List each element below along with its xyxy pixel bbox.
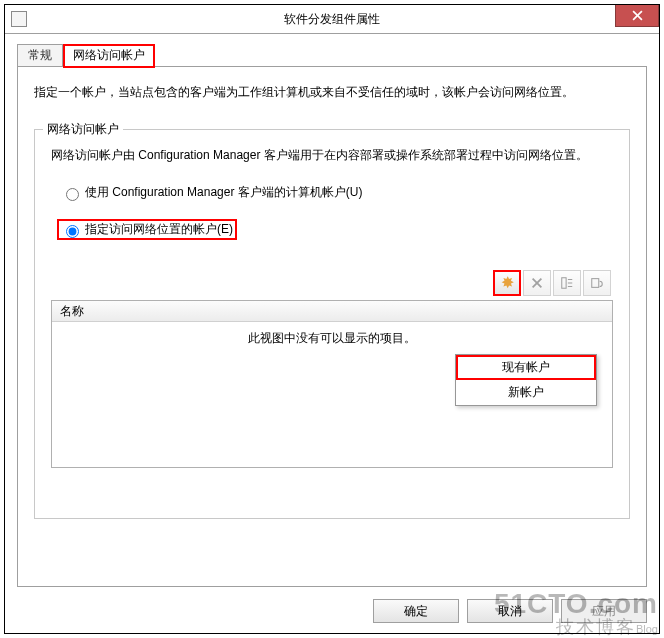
apply-button[interactable]: 应用 [561, 599, 647, 623]
tab-description: 指定一个帐户，当站点包含的客户端为工作组计算机或来自不受信任的域时，该帐户会访问… [34, 83, 630, 101]
list-empty-text: 此视图中没有可以显示的项目。 [52, 330, 612, 347]
svg-rect-8 [592, 279, 599, 288]
tab-body: 指定一个帐户，当站点包含的客户端为工作组计算机或来自不受信任的域时，该帐户会访问… [17, 66, 647, 587]
menu-new-account[interactable]: 新帐户 [456, 380, 596, 405]
radio-specify-account-label: 指定访问网络位置的帐户(E) [85, 221, 233, 238]
dialog-buttons: 确定 取消 应用 [373, 599, 647, 623]
properties-icon [560, 276, 574, 290]
cancel-button[interactable]: 取消 [467, 599, 553, 623]
group-description: 网络访问帐户由 Configuration Manager 客户端用于在内容部署… [51, 146, 613, 164]
close-icon [632, 10, 643, 21]
group-network-account: 网络访问帐户 网络访问帐户由 Configuration Manager 客户端… [34, 129, 630, 519]
titlebar: 软件分发组件属性 [5, 5, 659, 34]
radio-use-computer-account-input[interactable] [66, 188, 79, 201]
tab-network-account[interactable]: 网络访问帐户 [63, 44, 155, 68]
window-frame: 软件分发组件属性 常规 网络访问帐户 指定一个帐户，当站点包含的客户端为工作组计… [4, 4, 660, 634]
ok-button[interactable]: 确定 [373, 599, 459, 623]
window-title: 软件分发组件属性 [5, 11, 659, 28]
radio-use-computer-account-label: 使用 Configuration Manager 客户端的计算机帐户(U) [85, 184, 362, 201]
list-header: 名称 [52, 301, 612, 322]
add-account-menu: 现有帐户 新帐户 [455, 354, 597, 406]
radio-specify-account[interactable]: 指定访问网络位置的帐户(E) [57, 219, 237, 240]
radio-use-computer-account[interactable]: 使用 Configuration Manager 客户端的计算机帐户(U) [57, 182, 613, 203]
radio-specify-account-input[interactable] [66, 225, 79, 238]
app-icon [11, 11, 27, 27]
tab-general[interactable]: 常规 [17, 44, 63, 67]
group-title: 网络访问帐户 [43, 121, 123, 138]
starburst-icon: ✸ [501, 275, 514, 291]
verify-icon [590, 276, 604, 290]
column-name[interactable]: 名称 [52, 303, 612, 320]
toolbar: ✸ [51, 270, 611, 296]
add-button[interactable]: ✸ [493, 270, 521, 296]
svg-rect-4 [562, 278, 566, 289]
properties-button[interactable] [553, 270, 581, 296]
close-button[interactable] [615, 5, 659, 27]
delete-button[interactable] [523, 270, 551, 296]
menu-existing-account[interactable]: 现有帐户 [456, 355, 596, 380]
delete-icon [530, 276, 544, 290]
content-area: 常规 网络访问帐户 指定一个帐户，当站点包含的客户端为工作组计算机或来自不受信任… [17, 45, 647, 587]
verify-button[interactable] [583, 270, 611, 296]
tab-strip: 常规 网络访问帐户 [17, 45, 647, 67]
